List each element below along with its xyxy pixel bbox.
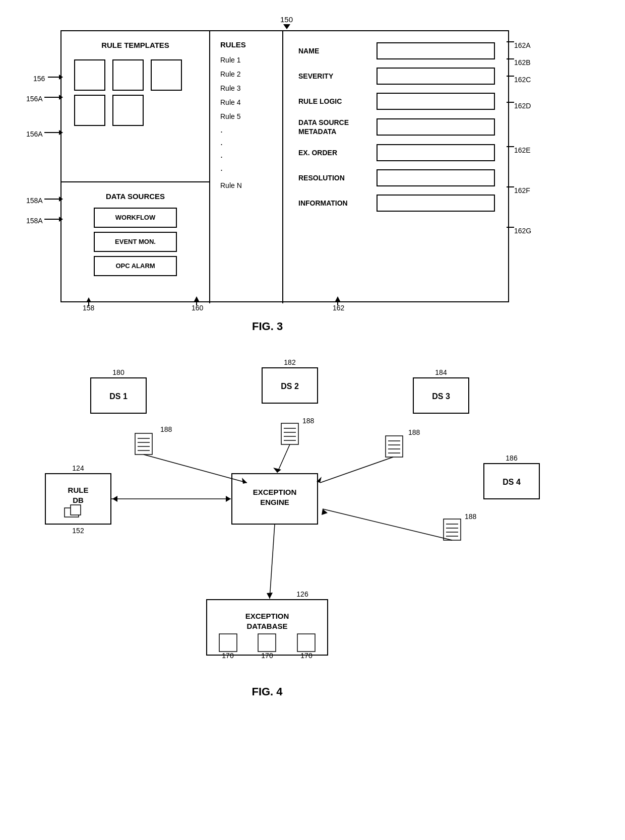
arrow-158a-1-line <box>44 199 60 200</box>
information-label: INFORMATION <box>298 199 377 207</box>
information-input <box>377 195 495 212</box>
data-source-metadata-label: DATA SOURCEMETADATA <box>298 118 377 136</box>
template-box-5 <box>112 95 144 126</box>
rule-3: Rule 3 <box>220 81 272 95</box>
template-box-4 <box>74 95 105 126</box>
svg-marker-28 <box>273 468 281 473</box>
line-162f <box>507 186 514 187</box>
svg-rect-2 <box>219 634 237 652</box>
template-row-1 <box>61 50 209 95</box>
data-sources-title: DATA SOURCES <box>61 191 209 202</box>
svg-marker-36 <box>112 496 117 502</box>
svg-marker-34 <box>267 593 273 599</box>
svg-rect-1 <box>71 505 81 515</box>
arrow-162-line <box>337 301 338 305</box>
arrow-160-head <box>194 296 199 301</box>
line-162e <box>507 146 514 147</box>
ref-162a: 162A <box>514 41 531 49</box>
rule-db-label-1: RULE <box>68 486 89 494</box>
svg-marker-37 <box>226 496 231 502</box>
ds2-label: DS 2 <box>281 382 299 391</box>
line-162g <box>507 227 514 228</box>
severity-input <box>377 68 495 85</box>
arrow-156a-1-head <box>59 95 63 100</box>
fig4-diagram: DS 1 DS 2 DS 3 DS 4 RULE DB EXCEPTION EN… <box>30 353 585 716</box>
ref-188-2-text: 188 <box>302 417 315 425</box>
ref-162: 162 <box>333 304 344 312</box>
ref-126-text: 126 <box>296 590 308 598</box>
exception-engine-label-2: ENGINE <box>260 498 289 506</box>
arrow-158a-2-line <box>44 219 60 220</box>
exception-engine-label-1: EXCEPTION <box>253 488 297 496</box>
exception-db-label-2: DATABASE <box>246 622 287 630</box>
rule-logic-row: RULE LOGIC <box>298 93 495 110</box>
ref-162e: 162E <box>514 146 531 154</box>
svg-rect-5 <box>135 433 152 455</box>
svg-rect-20 <box>444 519 461 540</box>
arrow-156a-2-line <box>44 132 60 133</box>
data-source-metadata-input <box>377 118 495 136</box>
exception-db-label-1: EXCEPTION <box>245 612 289 620</box>
ref-158a-2: 158A <box>26 217 43 225</box>
ref-170-2-text: 170 <box>261 652 273 660</box>
rule-5: Rule 5 <box>220 109 272 123</box>
ref-184-text: 184 <box>435 368 447 376</box>
data-source-metadata-row: DATA SOURCEMETADATA <box>298 118 495 136</box>
ref-158a-1: 158A <box>26 197 43 205</box>
line-162a <box>507 41 514 42</box>
ref-180-text: 180 <box>112 368 124 376</box>
template-row-2 <box>61 95 209 130</box>
rules-title: RULES <box>220 40 272 49</box>
ref-150: 150 <box>280 15 293 24</box>
arrow-156a-2-head <box>59 130 63 135</box>
ref-156a-2: 156A <box>26 130 43 138</box>
ds1-label: DS 1 <box>109 392 128 401</box>
information-row: INFORMATION <box>298 195 495 212</box>
resolution-label: RESOLUTION <box>298 174 377 182</box>
ref-160: 160 <box>192 304 203 312</box>
ref-162b: 162B <box>514 58 531 67</box>
ref-186-text: 186 <box>506 454 518 462</box>
line-162b <box>507 58 514 59</box>
opc-alarm-box: OPC ALARM <box>94 256 177 276</box>
template-box-2 <box>112 59 144 91</box>
data-sources-section: DATA SOURCES WORKFLOW EVENT MON. OPC ALA… <box>61 182 210 303</box>
svg-rect-15 <box>386 436 403 457</box>
arrow-156a-1-line <box>44 97 60 98</box>
ref-188-3-text: 188 <box>408 428 420 436</box>
line-162d <box>507 102 514 103</box>
line-162c <box>507 76 514 77</box>
details-section: NAME SEVERITY RULE LOGIC DATA SOURCEMETA… <box>283 31 510 303</box>
svg-rect-4 <box>297 634 315 652</box>
arrow-158a-2-head <box>59 217 63 222</box>
rule-1: Rule 1 <box>220 53 272 67</box>
rule-templates-section: RULE TEMPLATES <box>61 31 210 182</box>
ex-order-row: EX. ORDER <box>298 144 495 161</box>
rules-dots: ···· <box>220 125 272 176</box>
ref-162f: 162F <box>514 186 530 195</box>
rule-db-label-2: DB <box>73 496 84 504</box>
ds4-label: DS 4 <box>503 478 521 486</box>
arrow-150 <box>283 24 290 29</box>
arrow-162-head <box>335 296 340 301</box>
name-label: NAME <box>298 47 377 55</box>
ex-order-label: EX. ORDER <box>298 149 377 157</box>
fig3-caption: FIG. 3 <box>252 320 283 333</box>
ref-188-1-text: 188 <box>160 425 172 433</box>
workflow-box: WORKFLOW <box>94 208 177 228</box>
ref-188-4-text: 188 <box>465 512 477 521</box>
severity-row: SEVERITY <box>298 68 495 85</box>
rule-4: Rule 4 <box>220 95 272 109</box>
rule-2: Rule 2 <box>220 67 272 81</box>
rule-n: Rule N <box>220 178 272 192</box>
fig3-main-box: RULE TEMPLATES DATA SOURCES WORKFLOW EVE… <box>60 30 509 302</box>
svg-line-29 <box>320 457 393 483</box>
fig4-caption-text: FIG. 4 <box>252 685 283 698</box>
ref-162g: 162G <box>514 227 531 235</box>
rule-logic-input <box>377 93 495 110</box>
svg-rect-3 <box>258 634 276 652</box>
svg-line-33 <box>270 524 275 599</box>
resolution-row: RESOLUTION <box>298 169 495 186</box>
severity-label: SEVERITY <box>298 72 377 80</box>
ref-162c: 162C <box>514 76 531 84</box>
